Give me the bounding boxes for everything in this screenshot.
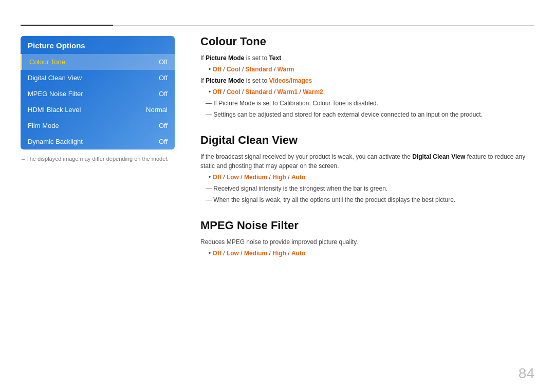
mpeg-noise-filter-bullet1: Off / Low / Medium / High / Auto [209,249,534,258]
menu-title: Picture Options [21,36,175,54]
digital-clean-view-note2: When the signal is weak, try all the opt… [200,195,534,204]
left-panel: Picture Options Colour Tone Off Digital … [21,36,175,162]
section-colour-tone: Colour Tone If Picture Mode is set to Te… [200,35,534,119]
menu-item-digital-clean-view[interactable]: Digital Clean View Off [21,70,175,86]
section-mpeg-noise-filter-title: MPEG Noise Filter [200,219,534,232]
menu-item-dynamic-backlight-label: Dynamic Backlight [28,138,83,145]
menu-item-digital-clean-view-label: Digital Clean View [28,74,82,82]
menu-item-dynamic-backlight-value: Off [159,138,168,145]
menu-item-hdmi-black-level[interactable]: HDMI Black Level Normal [21,102,175,118]
top-border [21,25,534,26]
section-digital-clean-view: Digital Clean View If the broadcast sign… [200,134,534,204]
menu-item-digital-clean-view-value: Off [159,74,168,82]
menu-item-hdmi-black-level-value: Normal [146,106,168,114]
section-mpeg-noise-filter: MPEG Noise Filter Reduces MPEG noise to … [200,219,534,258]
panel-note: The displayed image may differ depending… [21,156,175,162]
mpeg-noise-filter-desc1: Reduces MPEG noise to provide improved p… [200,237,534,247]
menu-item-colour-tone[interactable]: Colour Tone Off [21,54,175,70]
menu-item-mpeg-noise-filter-label: MPEG Noise Filter [28,90,83,98]
menu-item-hdmi-black-level-label: HDMI Black Level [28,106,81,114]
menu-item-film-mode-value: Off [159,122,168,129]
menu-item-mpeg-noise-filter-value: Off [159,90,168,98]
menu-item-mpeg-noise-filter[interactable]: MPEG Noise Filter Off [21,86,175,102]
menu-box: Picture Options Colour Tone Off Digital … [21,36,175,150]
colour-tone-bullet2: Off / Cool / Standard / Warm1 / Warm2 [209,87,534,97]
digital-clean-view-desc1: If the broadcast signal received by your… [200,152,534,171]
menu-item-film-mode[interactable]: Film Mode Off [21,118,175,134]
digital-clean-view-bullet1: Off / Low / Medium / High / Auto [209,173,534,182]
section-digital-clean-view-title: Digital Clean View [200,134,534,147]
menu-item-film-mode-label: Film Mode [28,122,59,129]
colour-tone-note1: If Picture Mode is set to Calibration, C… [200,99,534,108]
right-content: Colour Tone If Picture Mode is set to Te… [200,35,534,272]
colour-tone-desc2: If Picture Mode is set to Videos/Images [200,76,534,85]
colour-tone-note2: Settings can be adjusted and stored for … [200,110,534,119]
menu-item-dynamic-backlight[interactable]: Dynamic Backlight Off [21,134,175,150]
menu-item-colour-tone-label: Colour Tone [29,58,65,66]
colour-tone-desc1: If Picture Mode is set to Text [200,53,534,63]
page-number: 84 [519,365,534,382]
section-colour-tone-title: Colour Tone [200,35,534,48]
colour-tone-bullet1: Off / Cool / Standard / Warm [209,65,534,74]
digital-clean-view-note1: Received signal intensity is the stronge… [200,184,534,193]
menu-item-colour-tone-value: Off [159,58,168,66]
